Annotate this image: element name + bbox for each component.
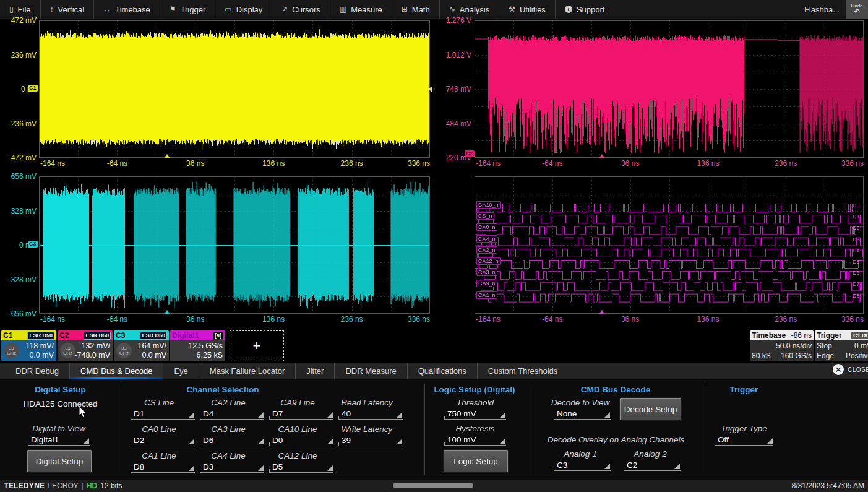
ca1-line-dropdown[interactable]: D8	[131, 462, 195, 473]
digital-line-label-cs-n[interactable]: CS_n	[476, 212, 494, 220]
c3-zero-level-marker[interactable]: C3	[28, 241, 38, 248]
trigger-level-arrow-icon[interactable]	[428, 86, 432, 92]
descriptor-badge: ESR D50	[27, 332, 54, 340]
digital-line-label-ca3-n[interactable]: CA3_n	[476, 269, 497, 276]
digital-trigger-marker-icon[interactable]	[599, 310, 605, 314]
digital-channel-label-d5: D5	[853, 259, 860, 265]
analog2-dropdown[interactable]: C2	[624, 460, 681, 471]
menu-item-label: File	[18, 5, 31, 14]
ca4-line-dropdown[interactable]: D3	[200, 462, 264, 473]
menu-item-vertical[interactable]: ↕Vertical	[40, 0, 94, 19]
read-latency-dropdown[interactable]: 40	[338, 408, 403, 420]
undo-icon: ↶	[854, 9, 860, 15]
measure-icon: ▥	[340, 6, 346, 13]
bandwidth-icon: 33GHz	[4, 343, 19, 358]
c3-trigger-marker-icon[interactable]	[164, 310, 170, 314]
decode-overlay-label: Decode Overlay on Analog Channels	[537, 435, 695, 444]
threshold-dropdown[interactable]: 750 mV	[444, 408, 506, 420]
trigger-descriptor[interactable]: Trigger C1 DC Stop 0 mV Edge Positive	[815, 330, 868, 361]
analog1-dropdown[interactable]: C3	[554, 460, 611, 471]
ca10-line-dropdown[interactable]: D0	[269, 435, 333, 446]
add-trace-button[interactable]: +	[230, 330, 284, 361]
descriptor-c1[interactable]: C1ESR D5033GHz118 mV/0.0 mV	[1, 330, 56, 361]
digital-line-label-ca0-n[interactable]: CA0_n	[476, 223, 497, 231]
decode-setup-button[interactable]: Decode Setup	[620, 398, 681, 420]
menu-item-cursors[interactable]: ↗Cursors	[272, 0, 330, 19]
dialog-close-button[interactable]: ✕ CLOSE	[833, 364, 868, 375]
digital-line-label-ca2-n[interactable]: CA2_n	[476, 246, 497, 254]
c2-x-axis-label: 136 ns	[697, 159, 719, 168]
undo-button[interactable]: Undo ↶	[846, 0, 868, 19]
tab-ddr-measure[interactable]: DDR Measure	[334, 363, 406, 379]
menu-item-measure[interactable]: ▥Measure	[330, 0, 392, 19]
dialog-tab-bar: DDR DebugCMD Bus & DecodeEyeMask Failure…	[0, 363, 868, 379]
c1-y-axis-label: -236 mV	[0, 119, 37, 128]
write-latency-dropdown[interactable]: 39	[338, 435, 403, 446]
ca2-line-dropdown[interactable]: D4	[200, 408, 264, 420]
utilities-icon: ⚒	[509, 6, 515, 13]
c3-x-axis-label: 136 ns	[262, 315, 285, 324]
tab-cmd-bus-decode[interactable]: CMD Bus & Decode	[69, 363, 163, 379]
dig-waveform-grid[interactable]	[475, 176, 864, 314]
close-label: CLOSE	[848, 366, 868, 373]
digital-channel-label-d7: D7	[853, 281, 860, 287]
hysteresis-dropdown[interactable]: 100 mV	[444, 434, 506, 446]
ca2-line-label: CA2 Line	[196, 398, 260, 407]
c3-y-axis-label: 328 mV	[0, 207, 37, 215]
c2-trigger-marker-icon[interactable]	[599, 154, 605, 158]
ca9-line-label: CA9 Line	[265, 398, 330, 407]
digital-setup-button[interactable]: Digital Setup	[27, 450, 92, 472]
digital-line-label-ca10-n[interactable]: CA10_n	[476, 201, 501, 209]
brand-logo: TELEDYNE LECROY | HD 12 bits	[4, 481, 122, 490]
menu-item-support[interactable]: iSupport	[555, 0, 614, 19]
menu-item-display[interactable]: ▭Display	[215, 0, 272, 19]
menu-item-timebase[interactable]: ↔Timebase	[93, 0, 160, 19]
menu-item-label: Math	[412, 5, 430, 14]
timebase-rate: 160 GS/s	[781, 351, 812, 361]
digital-to-view-dropdown[interactable]: Digital1	[28, 434, 90, 446]
c1-waveform-grid[interactable]	[39, 20, 430, 158]
decode-to-view-dropdown[interactable]: None	[554, 408, 611, 420]
c3-x-axis-label: 236 ns	[341, 315, 363, 324]
file-icon: ▯	[9, 6, 14, 13]
tab-ddr-debug[interactable]: DDR Debug	[5, 363, 69, 379]
menu-item-label: Utilities	[520, 5, 546, 14]
ca12-line-dropdown[interactable]: D5	[269, 462, 333, 473]
c1-trigger-marker-icon[interactable]	[164, 154, 170, 158]
tab-jitter[interactable]: Jitter	[295, 363, 334, 379]
menu-item-math[interactable]: ⊞Math	[392, 0, 439, 19]
tab-eye[interactable]: Eye	[163, 363, 198, 379]
hd-badge: HD	[87, 481, 97, 490]
dig-x-axis-label: 236 ns	[775, 315, 797, 324]
digital-line-label-ca12-n[interactable]: CA12_n	[476, 257, 501, 265]
descriptor-digital1[interactable]: Digital1[9]12.5 GS/s6.25 kS	[170, 330, 225, 361]
horizontal-scrollbar-thumb[interactable]	[393, 483, 473, 488]
digital-line-label-ca9-n[interactable]: CA9_n	[476, 280, 497, 287]
menu-item-utilities[interactable]: ⚒Utilities	[499, 0, 555, 19]
flashback-label[interactable]: Flashba...	[804, 5, 840, 14]
tab-mask-failure-locator[interactable]: Mask Failure Locator	[199, 363, 295, 379]
menu-item-trigger[interactable]: ⚑Trigger	[160, 0, 215, 19]
logic-setup-title: Logic Setup (Digital)	[428, 385, 521, 394]
cs-line-dropdown[interactable]: D1	[131, 408, 195, 420]
ca3-line-dropdown[interactable]: D6	[200, 435, 264, 446]
tab-custom-thresholds[interactable]: Custom Thresholds	[477, 363, 568, 379]
timebase-descriptor[interactable]: Timebase -86 ns 50.0 ns/div 80 kS 160 GS…	[750, 330, 814, 361]
c2-waveform-grid[interactable]	[475, 20, 864, 158]
tab-qualifications[interactable]: Qualifications	[407, 363, 477, 379]
section-divider	[424, 384, 425, 475]
trigger-type-dropdown[interactable]: Off	[715, 434, 773, 446]
hysteresis-label: Hysteresis	[429, 424, 522, 433]
c1-zero-level-marker[interactable]: C1	[28, 85, 38, 92]
digital-line-label-ca4-n[interactable]: CA4_n	[476, 235, 497, 243]
trigger-title: Trigger	[817, 331, 842, 340]
ca9-line-dropdown[interactable]: D7	[269, 408, 333, 420]
decode-to-view-label: Decode to View	[543, 398, 617, 407]
descriptor-c3[interactable]: C3ESR D5033GHz164 mV/0.0 mV	[114, 330, 169, 361]
descriptor-c2[interactable]: C2ESR D5033GHz132 mV/-748.0 mV	[58, 330, 113, 361]
ca0-line-dropdown[interactable]: D2	[131, 435, 195, 446]
logic-setup-button[interactable]: Logic Setup	[444, 450, 508, 472]
c3-waveform-grid[interactable]	[39, 176, 430, 314]
digital-line-label-ca1-n[interactable]: CA1_n	[476, 291, 497, 299]
c2-level-marker[interactable]: C2	[465, 150, 475, 157]
